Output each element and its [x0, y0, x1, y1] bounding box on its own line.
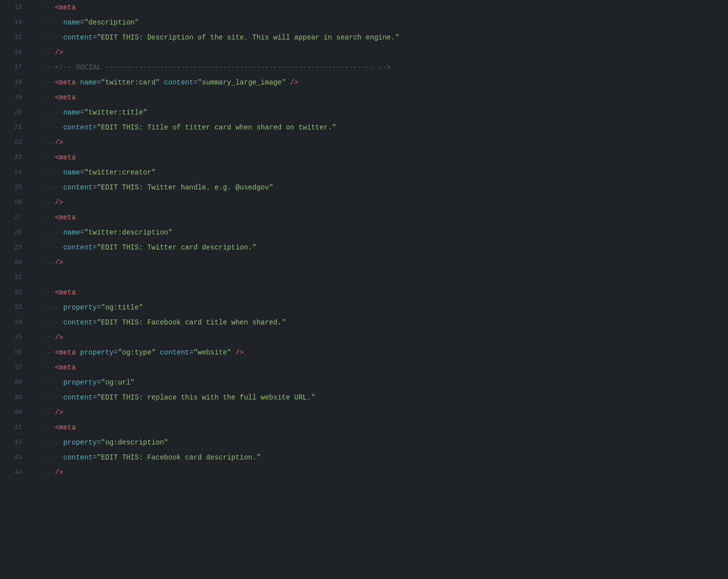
- token-attr-value: "EDIT THIS: Twitter card description.": [97, 240, 256, 255]
- code-line: ······name="twitter:title": [38, 105, 722, 120]
- token-slash: />: [232, 345, 244, 360]
- code-line: ····/>: [38, 195, 722, 210]
- line-number: 24: [0, 165, 22, 180]
- token-attr-value: "og:url": [101, 375, 134, 390]
- code-line: ····<meta: [38, 285, 722, 300]
- token-dots: ····: [38, 165, 55, 180]
- code-line: [38, 270, 722, 285]
- code-line: ····/>: [38, 135, 722, 150]
- code-line: ······content="EDIT THIS: Title of titte…: [38, 120, 722, 135]
- code-line: ····<meta: [38, 210, 722, 225]
- line-number: 17: [0, 60, 22, 75]
- token-dots: ····: [38, 0, 55, 15]
- token-dots: ····: [38, 315, 55, 330]
- token-slash: />: [286, 75, 298, 90]
- token-slash: />: [55, 135, 64, 150]
- token-dots: ····: [38, 60, 55, 75]
- token-attr-name: content=: [63, 240, 96, 255]
- token-attr-value: "twitter:creator": [84, 165, 156, 180]
- line-number: 32: [0, 285, 22, 300]
- token-dots: ····: [38, 180, 55, 195]
- code-line: ····<meta: [38, 360, 722, 375]
- token-dots: ····: [38, 300, 55, 315]
- token-dots: ····: [38, 435, 55, 450]
- token-dots: ····: [38, 150, 55, 165]
- line-number: 27: [0, 210, 22, 225]
- token-attr-value: "twitter:card": [101, 75, 164, 90]
- line-number: 33: [0, 300, 22, 315]
- token-attr-name: content=: [63, 450, 96, 465]
- token-dots: ····: [38, 360, 55, 375]
- line-number: 42: [0, 435, 22, 450]
- line-number: 41: [0, 420, 22, 435]
- token-attr-name: name=: [63, 105, 84, 120]
- token-dots: ····: [38, 255, 55, 270]
- token-tag: <meta: [55, 0, 76, 15]
- code-line: ····/>: [38, 255, 722, 270]
- code-content[interactable]: ····<meta······name="description"······c…: [30, 0, 722, 579]
- code-line: ······content="EDIT THIS: Twitter handle…: [38, 180, 722, 195]
- token-attr-value: "EDIT THIS: Title of titter card when sh…: [97, 120, 336, 135]
- code-line: ····<meta property="og:type" content="we…: [38, 345, 722, 360]
- line-number: 22: [0, 135, 22, 150]
- token-tag: <meta: [55, 420, 76, 435]
- code-line: ······name="twitter:description": [38, 225, 722, 240]
- token-dots: ····: [38, 240, 55, 255]
- line-number: 44: [0, 465, 22, 480]
- token-dots: ····: [38, 345, 55, 360]
- token-dots: ····: [38, 405, 55, 420]
- line-number: 16: [0, 45, 22, 60]
- token-attr-value: "description": [84, 15, 138, 30]
- line-number: 26: [0, 195, 22, 210]
- token-dots2: ··: [55, 315, 64, 330]
- token-slash: />: [55, 465, 64, 480]
- token-dots: ····: [38, 465, 55, 480]
- token-attr-value: "twitter:title": [84, 105, 147, 120]
- code-line: ······content="EDIT THIS: Facebook card …: [38, 450, 722, 465]
- token-attr-name: content=: [63, 315, 96, 330]
- token-dots: ····: [38, 420, 55, 435]
- code-line: ····<meta name="twitter:card" content="s…: [38, 75, 722, 90]
- token-dots: ····: [38, 30, 55, 45]
- code-line: ····<!-- SOCIAL ------------------------…: [38, 60, 722, 75]
- token-dots: ····: [38, 90, 55, 105]
- line-number: 19: [0, 90, 22, 105]
- token-dots2: ··: [55, 30, 64, 45]
- token-dots2: ··: [55, 375, 64, 390]
- line-number: 14: [0, 15, 22, 30]
- code-line: ······content="EDIT THIS: Facebook card …: [38, 315, 722, 330]
- line-number: 18: [0, 75, 22, 90]
- token-dots: ····: [38, 375, 55, 390]
- token-tag: <meta: [55, 360, 76, 375]
- token-attr-name: content=: [160, 345, 194, 360]
- token-dots2: ··: [55, 180, 64, 195]
- token-attr-name: content=: [164, 75, 198, 90]
- token-tag: <meta: [55, 150, 76, 165]
- scrollbar[interactable]: [722, 0, 728, 579]
- token-slash: />: [55, 330, 64, 345]
- token-slash: />: [55, 255, 64, 270]
- line-number: 20: [0, 105, 22, 120]
- code-line: ····<meta: [38, 90, 722, 105]
- token-dots: ····: [38, 390, 55, 405]
- token-tag: <meta: [55, 285, 76, 300]
- code-line: ····<meta: [38, 150, 722, 165]
- line-number: 38: [0, 375, 22, 390]
- token-tag: <meta: [55, 345, 80, 360]
- token-dots: ····: [38, 105, 55, 120]
- line-number: 36: [0, 345, 22, 360]
- token-attr-name: name=: [80, 75, 101, 90]
- code-editor: 1314151617181920212223242526272829303132…: [0, 0, 728, 579]
- code-line: ····/>: [38, 45, 722, 60]
- token-dots: ····: [38, 45, 55, 60]
- token-attr-name: content=: [63, 180, 96, 195]
- token-attr-value: "EDIT THIS: replace this with the full w…: [97, 390, 316, 405]
- token-attr-value: "og:title": [101, 300, 143, 315]
- code-line: ····<meta: [38, 420, 722, 435]
- token-attr-name: property=: [63, 375, 101, 390]
- token-dots: ····: [38, 330, 55, 345]
- line-number: 34: [0, 315, 22, 330]
- code-line: ····/>: [38, 330, 722, 345]
- token-attr-value: "website": [194, 345, 232, 360]
- line-number-gutter: 1314151617181920212223242526272829303132…: [0, 0, 30, 579]
